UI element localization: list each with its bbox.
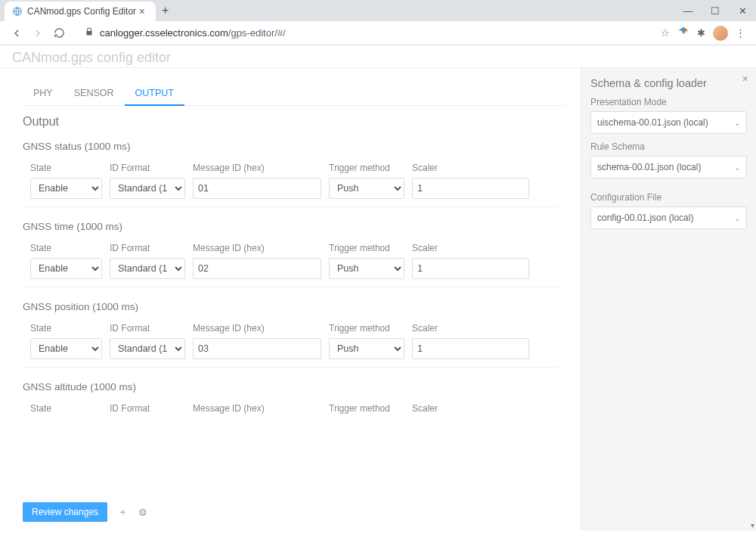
tab-title: CANmod.gps Config Editor <box>27 6 136 17</box>
msgid-input[interactable] <box>193 258 321 279</box>
idformat-label: ID Format <box>110 403 185 414</box>
tab-bar: PHY SENSOR OUTPUT <box>23 82 564 106</box>
new-tab-button[interactable]: + <box>162 4 169 17</box>
idformat-select[interactable]: Standard (11-bi <box>110 258 185 279</box>
gear-icon[interactable]: ⚙ <box>138 507 147 518</box>
section-title: GNSS altitude (1000 ms) <box>23 381 550 393</box>
browser-toolbar: canlogger.csselectronics.com/gps-editor/… <box>0 21 756 45</box>
extensions-icon[interactable]: ✱ <box>697 27 705 39</box>
reload-button[interactable] <box>50 24 68 42</box>
add-icon[interactable]: ＋ <box>118 505 128 519</box>
msgid-input[interactable] <box>193 178 321 199</box>
menu-icon[interactable]: ⋮ <box>736 27 745 39</box>
trigger-select[interactable]: Push <box>329 338 404 359</box>
profile-avatar[interactable] <box>713 26 728 41</box>
scaler-label: Scaler <box>412 243 529 253</box>
state-label: State <box>30 163 102 173</box>
presentation-label: Presentation Mode <box>590 97 747 107</box>
page-title: Output <box>23 115 564 129</box>
output-section: GNSS time (1000 ms) State Enable ID Form… <box>23 221 558 287</box>
close-window-button[interactable]: ✕ <box>729 0 756 21</box>
state-label: State <box>30 323 102 334</box>
idformat-label: ID Format <box>110 243 185 253</box>
idformat-select[interactable]: Standard (11-bi <box>110 338 185 359</box>
section-title: GNSS status (1000 ms) <box>23 141 550 152</box>
chevron-down-icon: ⌄ <box>734 214 740 222</box>
output-section: GNSS status (1000 ms) State Enable ID Fo… <box>23 141 558 207</box>
msgid-label: Message ID (hex) <box>193 323 321 334</box>
tab-phy[interactable]: PHY <box>23 82 64 105</box>
trigger-label: Trigger method <box>329 163 404 173</box>
chevron-down-icon: ⌄ <box>734 163 740 172</box>
rule-value: schema-00.01.json (local) <box>597 162 701 172</box>
window-controls: — ☐ ✕ <box>674 0 756 21</box>
tab-sensor[interactable]: SENSOR <box>64 82 125 105</box>
idformat-label: ID Format <box>110 163 185 173</box>
field-row: State Enable ID Format Standard (11-bi M… <box>23 323 550 359</box>
review-changes-button[interactable]: Review changes <box>23 502 107 522</box>
scaler-input[interactable] <box>412 338 529 359</box>
field-row: State ID Format Message ID (hex) Trigger… <box>23 403 550 418</box>
msgid-label: Message ID (hex) <box>193 243 321 253</box>
scroll-down-icon[interactable]: ▾ <box>751 521 754 529</box>
sidebar-close-icon[interactable]: × <box>742 73 748 85</box>
trigger-label: Trigger method <box>329 243 404 253</box>
presentation-select[interactable]: uischema-00.01.json (local) ⌄ <box>590 111 747 134</box>
maximize-button[interactable]: ☐ <box>702 0 729 21</box>
scaler-label: Scaler <box>412 403 529 414</box>
browser-tab[interactable]: CANmod.gps Config Editor × <box>5 2 156 21</box>
state-select[interactable]: Enable <box>30 338 102 359</box>
minimize-button[interactable]: — <box>674 0 702 21</box>
rule-label: Rule Schema <box>590 141 747 152</box>
field-row: State Enable ID Format Standard (11-bi M… <box>23 163 550 199</box>
state-select[interactable]: Enable <box>30 258 102 279</box>
sidebar-title: Schema & config loader <box>590 77 747 89</box>
config-label: Configuration File <box>590 192 747 203</box>
config-value: config-00.01.json (local) <box>597 213 693 223</box>
msgid-label: Message ID (hex) <box>193 403 321 414</box>
bookmark-icon[interactable]: ☆ <box>661 27 670 39</box>
trigger-label: Trigger method <box>329 323 404 334</box>
back-button[interactable] <box>8 24 26 42</box>
app-title: CANmod.gps config editor <box>12 50 744 66</box>
output-section: GNSS altitude (1000 ms) State ID Format … <box>23 381 558 426</box>
rule-select[interactable]: schema-00.01.json (local) ⌄ <box>590 156 747 178</box>
chevron-down-icon: ⌄ <box>734 119 740 127</box>
msgid-input[interactable] <box>193 338 321 359</box>
presentation-value: uischema-00.01.json (local) <box>597 117 708 128</box>
idformat-select[interactable]: Standard (11-bi <box>110 178 185 199</box>
msgid-label: Message ID (hex) <box>193 163 321 173</box>
trigger-label: Trigger method <box>329 403 404 414</box>
trigger-select[interactable]: Push <box>329 178 404 199</box>
section-title: GNSS position (1000 ms) <box>23 301 550 312</box>
field-row: State Enable ID Format Standard (11-bi M… <box>23 243 550 279</box>
address-bar[interactable]: canlogger.csselectronics.com/gps-editor/… <box>77 23 653 43</box>
scaler-label: Scaler <box>412 163 529 173</box>
idformat-label: ID Format <box>110 323 185 334</box>
sidebar: × Schema & config loader Presentation Mo… <box>581 68 756 531</box>
url-text: canlogger.csselectronics.com/gps-editor/… <box>100 27 286 39</box>
trigger-select[interactable]: Push <box>329 258 404 279</box>
lock-icon <box>85 27 94 39</box>
tab-favicon <box>12 6 23 17</box>
config-select[interactable]: config-00.01.json (local) ⌄ <box>590 206 747 229</box>
scaler-label: Scaler <box>412 323 529 334</box>
scaler-input[interactable] <box>412 178 529 199</box>
state-select[interactable]: Enable <box>30 178 102 199</box>
output-section: GNSS position (1000 ms) State Enable ID … <box>23 301 558 368</box>
state-label: State <box>30 403 102 414</box>
content-area: PHY SENSOR OUTPUT Output GNSS status (10… <box>0 68 581 531</box>
section-title: GNSS time (1000 ms) <box>23 221 550 232</box>
state-label: State <box>30 243 102 253</box>
scaler-input[interactable] <box>412 258 529 279</box>
extension-icon[interactable] <box>677 26 689 40</box>
tab-output[interactable]: OUTPUT <box>125 82 184 106</box>
sections-scroll[interactable]: GNSS status (1000 ms) State Enable ID Fo… <box>23 141 564 531</box>
browser-tab-strip: CANmod.gps Config Editor × + — ☐ ✕ <box>0 0 756 21</box>
app-header: CANmod.gps config editor <box>0 45 756 68</box>
close-icon[interactable]: × <box>136 5 148 17</box>
forward-button[interactable] <box>29 24 47 42</box>
action-bar: Review changes ＋ ⚙ <box>23 502 147 522</box>
